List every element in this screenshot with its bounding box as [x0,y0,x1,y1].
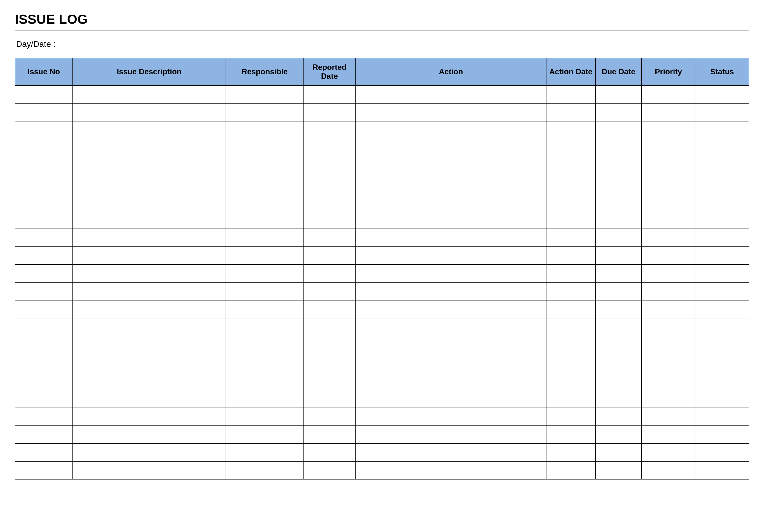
cell-status [695,318,749,336]
cell-action [355,282,546,300]
cell-action [355,461,546,479]
table-row [15,300,749,318]
cell-issue_no [15,336,73,354]
cell-reported [303,444,356,461]
table-row [15,247,749,265]
cell-description [73,282,226,300]
cell-description [73,157,226,175]
table-body [15,86,749,479]
cell-issue_no [15,282,73,300]
table-row [15,372,749,390]
cell-description [73,247,226,265]
cell-action_date [546,372,595,390]
cell-status [695,175,749,193]
cell-reported [303,282,356,300]
cell-priority [642,426,695,444]
cell-reported [303,372,356,390]
cell-responsible [226,86,303,103]
cell-priority [642,211,695,229]
cell-action_date [546,426,595,444]
cell-reported [303,175,356,193]
cell-due_date [595,372,642,390]
cell-action [355,103,546,121]
cell-priority [642,318,695,336]
cell-issue_no [15,444,73,461]
cell-responsible [226,426,303,444]
cell-status [695,229,749,247]
cell-priority [642,336,695,354]
cell-status [695,211,749,229]
cell-action [355,318,546,336]
cell-action_date [546,139,595,157]
cell-responsible [226,211,303,229]
table-header-row: Issue No Issue Description Responsible R… [15,58,749,86]
cell-action [355,229,546,247]
cell-priority [642,157,695,175]
cell-status [695,336,749,354]
cell-priority [642,354,695,372]
cell-responsible [226,121,303,139]
cell-due_date [595,247,642,265]
cell-responsible [226,354,303,372]
cell-due_date [595,211,642,229]
cell-reported [303,157,356,175]
cell-responsible [226,247,303,265]
table-row [15,139,749,157]
cell-responsible [226,175,303,193]
table-row [15,265,749,282]
cell-responsible [226,300,303,318]
cell-issue_no [15,300,73,318]
cell-action_date [546,461,595,479]
page-title: ISSUE LOG [15,12,749,27]
cell-reported [303,247,356,265]
cell-due_date [595,175,642,193]
cell-priority [642,265,695,282]
cell-reported [303,121,356,139]
table-row [15,318,749,336]
cell-action [355,300,546,318]
cell-responsible [226,103,303,121]
cell-description [73,139,226,157]
cell-issue_no [15,139,73,157]
cell-action_date [546,282,595,300]
cell-description [73,300,226,318]
cell-action_date [546,336,595,354]
cell-action [355,247,546,265]
cell-due_date [595,121,642,139]
cell-status [695,121,749,139]
cell-priority [642,139,695,157]
cell-status [695,139,749,157]
cell-description [73,354,226,372]
cell-description [73,372,226,390]
table-row [15,390,749,408]
col-header-responsible: Responsible [226,58,303,86]
cell-issue_no [15,354,73,372]
cell-due_date [595,461,642,479]
cell-status [695,300,749,318]
cell-issue_no [15,372,73,390]
cell-responsible [226,461,303,479]
cell-status [695,444,749,461]
cell-reported [303,300,356,318]
cell-status [695,390,749,408]
cell-reported [303,318,356,336]
cell-action_date [546,193,595,211]
cell-action [355,211,546,229]
col-header-reported: Reported Date [303,58,356,86]
cell-description [73,390,226,408]
cell-action [355,86,546,103]
cell-issue_no [15,390,73,408]
cell-due_date [595,157,642,175]
cell-status [695,247,749,265]
cell-description [73,461,226,479]
cell-description [73,193,226,211]
cell-reported [303,193,356,211]
cell-action [355,175,546,193]
cell-responsible [226,282,303,300]
cell-due_date [595,282,642,300]
cell-action_date [546,103,595,121]
table-row [15,229,749,247]
cell-priority [642,461,695,479]
cell-description [73,265,226,282]
col-header-due-date: Due Date [595,58,642,86]
